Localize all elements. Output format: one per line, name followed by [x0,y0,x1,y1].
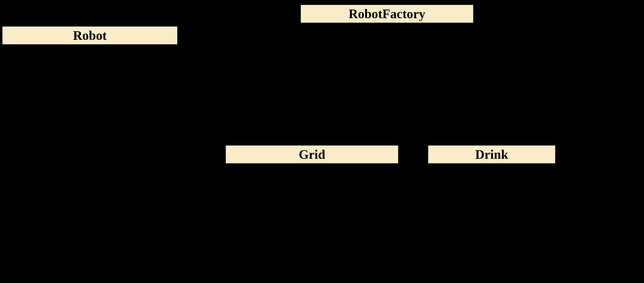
class-name-grid: Grid [299,148,325,161]
class-box-grid: Grid [225,145,399,164]
class-name-robot-factory: RobotFactory [348,7,426,20]
class-box-robot: Robot [2,26,178,45]
class-name-robot: Robot [73,29,106,42]
class-box-robot-factory: RobotFactory [300,4,474,24]
class-box-drink: Drink [428,145,556,164]
class-name-drink: Drink [475,148,508,161]
uml-class-diagram: Robot RobotFactory Grid Drink [0,0,644,283]
